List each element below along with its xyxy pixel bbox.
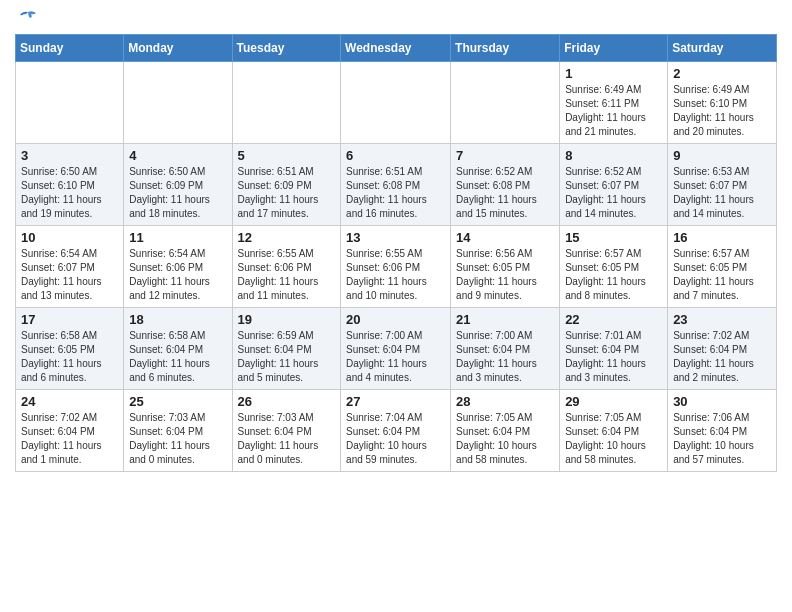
day-number: 7 (456, 148, 554, 163)
day-number: 15 (565, 230, 662, 245)
day-number: 10 (21, 230, 118, 245)
day-info: Sunrise: 6:58 AM Sunset: 6:04 PM Dayligh… (129, 329, 226, 385)
weekday-header-friday: Friday (560, 35, 668, 62)
day-number: 5 (238, 148, 336, 163)
calendar-cell: 21Sunrise: 7:00 AM Sunset: 6:04 PM Dayli… (451, 308, 560, 390)
calendar-header-row: SundayMondayTuesdayWednesdayThursdayFrid… (16, 35, 777, 62)
day-number: 17 (21, 312, 118, 327)
day-info: Sunrise: 7:05 AM Sunset: 6:04 PM Dayligh… (456, 411, 554, 467)
day-info: Sunrise: 7:04 AM Sunset: 6:04 PM Dayligh… (346, 411, 445, 467)
day-number: 13 (346, 230, 445, 245)
calendar-cell (16, 62, 124, 144)
calendar-cell (232, 62, 341, 144)
calendar-cell: 30Sunrise: 7:06 AM Sunset: 6:04 PM Dayli… (668, 390, 777, 472)
calendar-cell: 19Sunrise: 6:59 AM Sunset: 6:04 PM Dayli… (232, 308, 341, 390)
calendar-week-row: 3Sunrise: 6:50 AM Sunset: 6:10 PM Daylig… (16, 144, 777, 226)
calendar-cell (341, 62, 451, 144)
calendar-cell: 15Sunrise: 6:57 AM Sunset: 6:05 PM Dayli… (560, 226, 668, 308)
calendar-cell: 4Sunrise: 6:50 AM Sunset: 6:09 PM Daylig… (124, 144, 232, 226)
day-info: Sunrise: 6:50 AM Sunset: 6:10 PM Dayligh… (21, 165, 118, 221)
calendar-cell: 7Sunrise: 6:52 AM Sunset: 6:08 PM Daylig… (451, 144, 560, 226)
day-number: 21 (456, 312, 554, 327)
day-info: Sunrise: 6:54 AM Sunset: 6:07 PM Dayligh… (21, 247, 118, 303)
day-info: Sunrise: 7:06 AM Sunset: 6:04 PM Dayligh… (673, 411, 771, 467)
calendar-cell: 10Sunrise: 6:54 AM Sunset: 6:07 PM Dayli… (16, 226, 124, 308)
day-number: 3 (21, 148, 118, 163)
day-info: Sunrise: 6:58 AM Sunset: 6:05 PM Dayligh… (21, 329, 118, 385)
day-info: Sunrise: 7:00 AM Sunset: 6:04 PM Dayligh… (456, 329, 554, 385)
day-number: 4 (129, 148, 226, 163)
day-info: Sunrise: 7:01 AM Sunset: 6:04 PM Dayligh… (565, 329, 662, 385)
day-info: Sunrise: 7:03 AM Sunset: 6:04 PM Dayligh… (238, 411, 336, 467)
day-info: Sunrise: 7:03 AM Sunset: 6:04 PM Dayligh… (129, 411, 226, 467)
day-info: Sunrise: 6:49 AM Sunset: 6:11 PM Dayligh… (565, 83, 662, 139)
day-number: 22 (565, 312, 662, 327)
day-number: 24 (21, 394, 118, 409)
calendar-cell: 2Sunrise: 6:49 AM Sunset: 6:10 PM Daylig… (668, 62, 777, 144)
day-info: Sunrise: 6:56 AM Sunset: 6:05 PM Dayligh… (456, 247, 554, 303)
day-info: Sunrise: 6:57 AM Sunset: 6:05 PM Dayligh… (673, 247, 771, 303)
day-number: 25 (129, 394, 226, 409)
day-info: Sunrise: 7:02 AM Sunset: 6:04 PM Dayligh… (673, 329, 771, 385)
day-info: Sunrise: 7:02 AM Sunset: 6:04 PM Dayligh… (21, 411, 118, 467)
day-info: Sunrise: 6:50 AM Sunset: 6:09 PM Dayligh… (129, 165, 226, 221)
day-info: Sunrise: 6:52 AM Sunset: 6:08 PM Dayligh… (456, 165, 554, 221)
calendar-cell: 5Sunrise: 6:51 AM Sunset: 6:09 PM Daylig… (232, 144, 341, 226)
calendar-table: SundayMondayTuesdayWednesdayThursdayFrid… (15, 34, 777, 472)
day-info: Sunrise: 6:53 AM Sunset: 6:07 PM Dayligh… (673, 165, 771, 221)
calendar-cell: 20Sunrise: 7:00 AM Sunset: 6:04 PM Dayli… (341, 308, 451, 390)
day-info: Sunrise: 6:59 AM Sunset: 6:04 PM Dayligh… (238, 329, 336, 385)
day-number: 1 (565, 66, 662, 81)
calendar-cell: 3Sunrise: 6:50 AM Sunset: 6:10 PM Daylig… (16, 144, 124, 226)
day-number: 12 (238, 230, 336, 245)
day-number: 27 (346, 394, 445, 409)
day-number: 29 (565, 394, 662, 409)
day-number: 23 (673, 312, 771, 327)
calendar-cell: 17Sunrise: 6:58 AM Sunset: 6:05 PM Dayli… (16, 308, 124, 390)
calendar-cell: 24Sunrise: 7:02 AM Sunset: 6:04 PM Dayli… (16, 390, 124, 472)
weekday-header-saturday: Saturday (668, 35, 777, 62)
day-info: Sunrise: 7:05 AM Sunset: 6:04 PM Dayligh… (565, 411, 662, 467)
calendar-week-row: 1Sunrise: 6:49 AM Sunset: 6:11 PM Daylig… (16, 62, 777, 144)
day-number: 11 (129, 230, 226, 245)
calendar-cell (124, 62, 232, 144)
day-number: 18 (129, 312, 226, 327)
calendar-cell: 25Sunrise: 7:03 AM Sunset: 6:04 PM Dayli… (124, 390, 232, 472)
calendar-cell: 12Sunrise: 6:55 AM Sunset: 6:06 PM Dayli… (232, 226, 341, 308)
weekday-header-sunday: Sunday (16, 35, 124, 62)
page-header (15, 10, 777, 28)
calendar-cell: 28Sunrise: 7:05 AM Sunset: 6:04 PM Dayli… (451, 390, 560, 472)
calendar-cell: 6Sunrise: 6:51 AM Sunset: 6:08 PM Daylig… (341, 144, 451, 226)
day-number: 9 (673, 148, 771, 163)
calendar-cell: 16Sunrise: 6:57 AM Sunset: 6:05 PM Dayli… (668, 226, 777, 308)
calendar-cell: 13Sunrise: 6:55 AM Sunset: 6:06 PM Dayli… (341, 226, 451, 308)
weekday-header-thursday: Thursday (451, 35, 560, 62)
calendar-cell: 23Sunrise: 7:02 AM Sunset: 6:04 PM Dayli… (668, 308, 777, 390)
day-info: Sunrise: 6:55 AM Sunset: 6:06 PM Dayligh… (238, 247, 336, 303)
day-info: Sunrise: 6:52 AM Sunset: 6:07 PM Dayligh… (565, 165, 662, 221)
logo (15, 14, 38, 28)
day-number: 8 (565, 148, 662, 163)
calendar-cell (451, 62, 560, 144)
day-number: 16 (673, 230, 771, 245)
calendar-week-row: 24Sunrise: 7:02 AM Sunset: 6:04 PM Dayli… (16, 390, 777, 472)
calendar-cell: 27Sunrise: 7:04 AM Sunset: 6:04 PM Dayli… (341, 390, 451, 472)
calendar-week-row: 17Sunrise: 6:58 AM Sunset: 6:05 PM Dayli… (16, 308, 777, 390)
day-number: 19 (238, 312, 336, 327)
calendar-cell: 1Sunrise: 6:49 AM Sunset: 6:11 PM Daylig… (560, 62, 668, 144)
day-number: 14 (456, 230, 554, 245)
weekday-header-monday: Monday (124, 35, 232, 62)
calendar-cell: 18Sunrise: 6:58 AM Sunset: 6:04 PM Dayli… (124, 308, 232, 390)
day-info: Sunrise: 6:51 AM Sunset: 6:09 PM Dayligh… (238, 165, 336, 221)
calendar-cell: 8Sunrise: 6:52 AM Sunset: 6:07 PM Daylig… (560, 144, 668, 226)
day-number: 6 (346, 148, 445, 163)
calendar-cell: 14Sunrise: 6:56 AM Sunset: 6:05 PM Dayli… (451, 226, 560, 308)
day-info: Sunrise: 6:54 AM Sunset: 6:06 PM Dayligh… (129, 247, 226, 303)
day-number: 2 (673, 66, 771, 81)
day-info: Sunrise: 6:55 AM Sunset: 6:06 PM Dayligh… (346, 247, 445, 303)
day-number: 26 (238, 394, 336, 409)
day-info: Sunrise: 6:49 AM Sunset: 6:10 PM Dayligh… (673, 83, 771, 139)
calendar-cell: 29Sunrise: 7:05 AM Sunset: 6:04 PM Dayli… (560, 390, 668, 472)
day-info: Sunrise: 6:57 AM Sunset: 6:05 PM Dayligh… (565, 247, 662, 303)
calendar-cell: 11Sunrise: 6:54 AM Sunset: 6:06 PM Dayli… (124, 226, 232, 308)
